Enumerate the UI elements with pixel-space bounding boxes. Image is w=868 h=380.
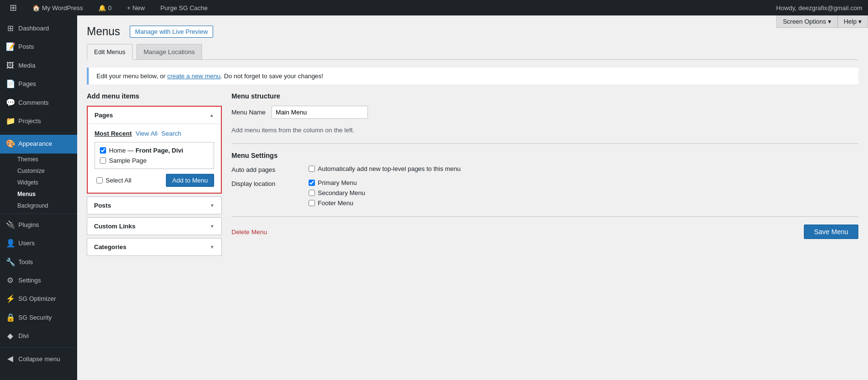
tab-manage-locations[interactable]: Manage Locations — [136, 44, 202, 59]
menu-separator-2 — [0, 213, 77, 214]
secondary-menu-option[interactable]: Secondary Menu — [309, 189, 365, 197]
new-content-link[interactable]: + New — [123, 0, 149, 15]
help-button[interactable]: Help ▾ — [838, 15, 868, 28]
sidebar-item-label: Posts — [18, 42, 34, 51]
sidebar-item-media[interactable]: 🖼 Media — [0, 56, 77, 75]
settings-icon: ⚙ — [6, 275, 14, 286]
categories-accordion-label: Categories — [94, 243, 126, 251]
pages-tabs: Most Recent View All Search — [95, 130, 214, 137]
pages-accordion-toggle[interactable]: Pages ▲ — [88, 107, 221, 124]
footer-menu-checkbox[interactable] — [309, 200, 315, 206]
site-icon: 🏠 — [32, 4, 40, 12]
sidebar-item-label: Users — [18, 239, 35, 248]
custom-links-accordion-label: Custom Links — [94, 223, 136, 230]
sidebar-item-appearance[interactable]: 🎨 Appearance — [0, 135, 77, 153]
create-menu-link[interactable]: create a new menu — [167, 72, 221, 80]
sidebar-item-label: Settings — [18, 276, 41, 285]
primary-menu-option[interactable]: Primary Menu — [309, 179, 365, 186]
sidebar-item-plugins[interactable]: 🔌 Plugins — [0, 216, 77, 234]
notice-text-before: Edit your menu below, or — [96, 72, 167, 80]
notifications-link[interactable]: 🔔 0 — [95, 0, 115, 15]
footer-menu-label: Footer Menu — [318, 199, 353, 207]
menu-edit-area: Add menu items Pages ▲ Most Recent View … — [87, 92, 858, 259]
list-item[interactable]: Sample Page — [98, 155, 211, 166]
sidebar-item-label: Media — [18, 61, 35, 70]
sidebar-item-label: Pages — [18, 80, 36, 88]
select-all-checkbox[interactable] — [96, 177, 103, 183]
auto-add-option[interactable]: Automatically add new top-level pages to… — [309, 165, 461, 172]
add-to-menu-button[interactable]: Add to Menu — [166, 174, 214, 187]
sidebar-item-label: Dashboard — [18, 24, 49, 33]
main-content: Menus Manage with Live Preview Edit Menu… — [77, 15, 868, 380]
custom-links-accordion-arrow: ▼ — [210, 224, 215, 229]
pages-checkbox-list: Home — Front Page, Divi Sample Page — [95, 142, 214, 169]
live-preview-button[interactable]: Manage with Live Preview — [130, 26, 213, 38]
plugins-icon: 🔌 — [6, 220, 14, 230]
users-icon: 👤 — [6, 238, 14, 249]
sidebar-item-comments[interactable]: 💬 Comments — [0, 94, 77, 112]
sidebar-item-dashboard[interactable]: ⊞ Dashboard — [0, 19, 77, 38]
screen-options-button[interactable]: Screen Options ▾ — [776, 15, 837, 28]
tab-search[interactable]: Search — [162, 130, 181, 137]
home-page-checkbox[interactable] — [100, 147, 106, 154]
sidebar-item-divi[interactable]: ◆ Divi — [0, 327, 77, 345]
sidebar-item-label: SG Security — [18, 313, 52, 322]
sidebar-item-posts[interactable]: 📝 Posts — [0, 38, 77, 56]
sidebar-item-sg-optimizer[interactable]: ⚡ SG Optimizer — [0, 290, 77, 308]
sidebar-item-label: Appearance — [18, 140, 52, 148]
auto-add-row: Auto add pages Automatically add new top… — [231, 165, 858, 173]
sample-page-checkbox[interactable] — [100, 157, 106, 164]
pages-accordion-arrow: ▲ — [209, 113, 214, 118]
menu-structure-title: Menu structure — [231, 92, 858, 100]
sidebar-item-settings[interactable]: ⚙ Settings — [0, 271, 77, 290]
screen-meta: Screen Options ▾ Help ▾ — [776, 15, 868, 28]
purge-cache-link[interactable]: Purge SG Cache — [156, 0, 211, 15]
collapse-menu-button[interactable]: ◀ Collapse menu — [0, 350, 77, 368]
secondary-menu-label: Secondary Menu — [318, 189, 365, 197]
categories-accordion-toggle[interactable]: Categories ▼ — [87, 239, 221, 255]
footer-menu-option[interactable]: Footer Menu — [309, 199, 365, 207]
sidebar-item-customize[interactable]: Customize — [0, 165, 77, 177]
auto-add-pages-checkbox[interactable] — [309, 166, 315, 172]
sample-page-label: Sample Page — [109, 157, 147, 164]
posts-accordion-toggle[interactable]: Posts ▼ — [87, 197, 221, 214]
select-all-item[interactable]: Select All — [95, 175, 133, 185]
custom-links-accordion-toggle[interactable]: Custom Links ▼ — [87, 218, 221, 235]
menu-name-row: Menu Name — [231, 106, 858, 119]
menu-name-input[interactable] — [271, 106, 368, 119]
menu-name-label: Menu Name — [231, 109, 266, 116]
secondary-menu-checkbox[interactable] — [309, 190, 315, 196]
sidebar-item-widgets[interactable]: Widgets — [0, 177, 77, 188]
display-location-options: Primary Menu Secondary Menu Footer Menu — [309, 179, 365, 207]
menu-settings-title: Menu Settings — [231, 143, 858, 159]
tab-most-recent[interactable]: Most Recent — [95, 130, 132, 137]
primary-menu-checkbox[interactable] — [309, 180, 315, 186]
display-location-label: Display location — [231, 179, 299, 187]
pages-accordion-label: Pages — [95, 112, 113, 119]
collapse-label: Collapse menu — [18, 355, 60, 364]
save-menu-button[interactable]: Save Menu — [804, 225, 858, 239]
sidebar-item-label: Projects — [18, 117, 41, 126]
delete-menu-link[interactable]: Delete Menu — [231, 228, 267, 236]
pages-accordion-content: Most Recent View All Search Home — Front… — [88, 124, 221, 193]
sidebar-item-sg-security[interactable]: 🔒 SG Security — [0, 309, 77, 327]
sidebar-item-background[interactable]: Background — [0, 200, 77, 211]
tab-edit-menus[interactable]: Edit Menus — [87, 44, 133, 60]
list-item[interactable]: Home — Front Page, Divi — [98, 145, 211, 155]
collapse-icon: ◀ — [6, 353, 14, 364]
sidebar-item-tools[interactable]: 🔧 Tools — [0, 253, 77, 271]
tab-view-all[interactable]: View All — [136, 130, 157, 137]
sidebar-item-pages[interactable]: 📄 Pages — [0, 75, 77, 93]
sidebar-item-menus[interactable]: Menus — [0, 188, 77, 200]
posts-icon: 📝 — [6, 42, 14, 52]
sidebar-item-label: Plugins — [18, 221, 39, 229]
sidebar-item-projects[interactable]: 📁 Projects — [0, 112, 77, 130]
sidebar-item-themes[interactable]: Themes — [0, 154, 77, 165]
sidebar-item-users[interactable]: 👤 Users — [0, 234, 77, 253]
primary-menu-label: Primary Menu — [318, 179, 357, 186]
notification-count: 0 — [108, 4, 111, 12]
menu-hint: Add menu items from the column on the le… — [231, 127, 858, 134]
site-name-link[interactable]: 🏠 My WordPress — [28, 0, 87, 15]
wp-logo-link[interactable]: ⊞ — [6, 0, 21, 15]
custom-links-accordion: Custom Links ▼ — [87, 217, 222, 235]
